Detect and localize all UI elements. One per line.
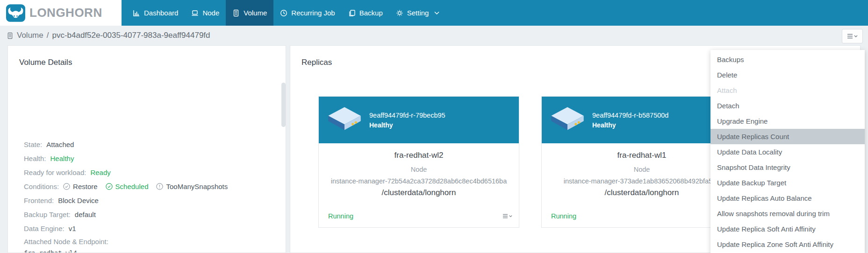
detail-row-health: Health: Healthy	[24, 151, 279, 165]
nav-label: Setting	[407, 9, 429, 17]
replica-health: Healthy	[369, 121, 445, 129]
check-circle-icon	[106, 183, 113, 190]
check-circle-icon	[63, 183, 70, 190]
nav-label: Volume	[244, 9, 267, 17]
health-value: Healthy	[50, 155, 74, 162]
node-name-text: fra-redhat-wl4	[24, 249, 77, 253]
volume-icon	[7, 32, 14, 39]
data-engine-label: Data Engine:	[24, 225, 65, 232]
disk-icon	[327, 106, 362, 134]
backup-target-label: Backup Target:	[24, 211, 71, 218]
volume-details-panel: Volume Details State: Attached Health: H…	[7, 45, 286, 253]
menu-item-backups[interactable]: Backups	[710, 52, 865, 67]
backup-target-value: default	[75, 211, 96, 218]
top-navbar: LONGHORN Dashboard Node	[0, 0, 868, 26]
list-caret-icon	[847, 33, 858, 39]
menu-item-snapshot-data-integrity[interactable]: Snapshot Data Integrity	[710, 160, 865, 175]
menu-item-update-replicas-count[interactable]: Update Replicas Count	[710, 129, 865, 144]
state-label: State:	[24, 141, 42, 148]
volume-details-list: State: Attached Health: Healthy Ready fo…	[24, 137, 279, 253]
replica-node-label: Node	[319, 166, 519, 173]
nav-item-recurring-job[interactable]: Recurring Job	[273, 0, 341, 26]
nav-items: Dashboard Node Volume	[126, 0, 446, 26]
menu-item-attach: Attach	[710, 83, 865, 98]
menu-item-update-replica-soft-anti-affinity[interactable]: Update Replica Soft Anti Affinity	[710, 221, 865, 237]
menu-item-upgrade-engine[interactable]: Upgrade Engine	[710, 113, 865, 129]
replica-menu-button[interactable]	[502, 213, 513, 219]
attached-node-label: Attached Node & Endpoint:	[24, 238, 108, 246]
clock-icon	[280, 9, 287, 17]
detail-row-attached-node: Attached Node & Endpoint:	[24, 235, 279, 247]
nav-item-dashboard[interactable]: Dashboard	[126, 0, 185, 26]
detail-row-ready: Ready for workload: Ready	[24, 165, 279, 179]
menu-item-update-replicas-auto-balance[interactable]: Update Replicas Auto Balance	[710, 190, 865, 206]
menu-item-allow-snapshots-removal[interactable]: Allow snapshots removal during trim	[710, 206, 865, 221]
longhorn-bull-icon	[6, 4, 25, 22]
menu-item-update-replica-zone-soft-anti-affinity[interactable]: Update Replica Zone Soft Anti Affinity	[710, 237, 865, 252]
breadcrumb-separator: /	[47, 31, 49, 40]
condition-restore: Restore	[63, 183, 98, 190]
condition-name: Scheduled	[115, 183, 149, 190]
breadcrumb-volume-name: pvc-b4adf52e-0035-4077-983a-9eaff94479fd	[52, 31, 210, 40]
ready-value: Ready	[90, 169, 110, 176]
volume-actions-menu: Backups Delete Attach Detach Upgrade Eng…	[710, 50, 865, 253]
replica-data-path: /clusterdata/longhorn	[319, 188, 519, 197]
bar-chart-icon	[133, 9, 140, 17]
condition-scheduled: Scheduled	[106, 183, 149, 190]
data-engine-value: v1	[69, 225, 76, 232]
nav-item-volume[interactable]: Volume	[226, 0, 273, 26]
detail-row-conditions: Conditions: Restore Scheduled	[24, 179, 279, 193]
volume-icon	[232, 9, 240, 17]
ready-label: Ready for workload:	[24, 169, 86, 176]
detail-row-backup-target: Backup Target: default	[24, 207, 279, 221]
nav-label: Recurring Job	[291, 9, 335, 17]
detail-row-data-engine: Data Engine: v1	[24, 221, 279, 235]
health-label: Health:	[24, 155, 46, 162]
condition-name: Restore	[73, 183, 98, 190]
breadcrumb: Volume / pvc-b4adf52e-0035-4077-983a-9ea…	[0, 26, 210, 45]
breadcrumb-section[interactable]: Volume	[17, 31, 43, 40]
replica-instance-manager: instance-manager-72b54a2ca3728d28ab6c8ec…	[319, 177, 519, 185]
brand-text: LONGHORN	[29, 6, 102, 20]
panel-title: Volume Details	[8, 46, 286, 67]
replica-host: fra-redhat-wl2	[319, 151, 519, 160]
chevron-down-icon	[434, 11, 439, 15]
menu-item-detach[interactable]: Detach	[710, 98, 865, 113]
replica-card-header: 9eaff94479fd-r-79becb95 Healthy	[319, 97, 519, 143]
frontend-label: Frontend:	[24, 197, 54, 204]
menu-item-update-data-locality[interactable]: Update Data Locality	[710, 144, 865, 160]
laptop-icon	[191, 9, 199, 17]
replica-card-footer: Running	[551, 212, 736, 220]
replica-status: Running	[551, 212, 576, 220]
conditions-label: Conditions:	[24, 183, 59, 190]
condition-name: TooManySnapshots	[166, 183, 228, 190]
logo-area: LONGHORN	[0, 0, 122, 26]
replica-card-footer: Running	[328, 212, 513, 220]
detail-row-state: State: Attached	[24, 137, 279, 151]
nav-item-setting[interactable]: Setting	[389, 0, 446, 26]
replica-name: 9eaff94479fd-r-b587500d	[592, 112, 668, 119]
replica-health: Healthy	[592, 121, 668, 129]
exclamation-circle-icon	[156, 183, 163, 190]
attached-node-name: fra-redhat-wl4	[24, 247, 279, 253]
nav-label: Backup	[359, 9, 383, 17]
gear-icon	[396, 9, 403, 17]
menu-item-update-backup-target[interactable]: Update Backup Target	[710, 175, 865, 190]
frontend-value: Block Device	[58, 197, 99, 204]
replica-card-body: fra-redhat-wl2 Node instance-manager-72b…	[319, 143, 519, 197]
replica-name: 9eaff94479fd-r-79becb95	[369, 112, 445, 119]
state-value: Attached	[46, 141, 74, 148]
nav-label: Dashboard	[144, 9, 178, 17]
condition-toomanysnapshots: TooManySnapshots	[156, 183, 228, 190]
backup-icon	[348, 9, 356, 17]
nav-label: Node	[202, 9, 219, 17]
volume-actions-button[interactable]	[842, 29, 863, 43]
detail-row-frontend: Frontend: Block Device	[24, 193, 279, 207]
nav-item-backup[interactable]: Backup	[342, 0, 389, 26]
menu-item-delete[interactable]: Delete	[710, 67, 865, 83]
replica-status: Running	[328, 212, 353, 220]
panel-scrollbar-thumb[interactable]	[281, 83, 286, 127]
replica-card: 9eaff94479fd-r-79becb95 Healthy fra-redh…	[318, 96, 519, 228]
disk-icon	[550, 106, 585, 134]
nav-item-node[interactable]: Node	[185, 0, 226, 26]
